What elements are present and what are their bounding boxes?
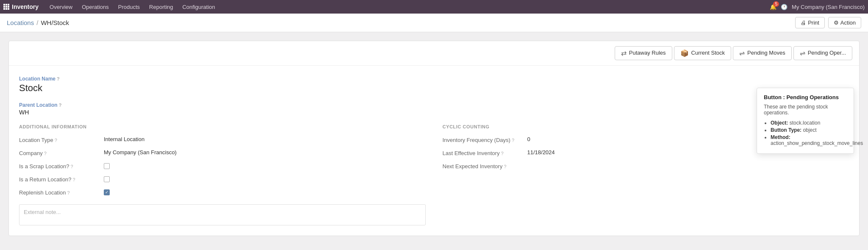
main-content: ⇄ Putaway Rules 📦 Current Stock ⇌ Pendin… — [0, 32, 868, 250]
return-location-checkbox[interactable] — [104, 176, 110, 182]
form-body: Location Name ? Stock Parent Location ? … — [9, 66, 859, 236]
app-logo[interactable]: Inventory — [3, 3, 39, 10]
page-actions: 🖨 Print ⚙ Action — [795, 17, 861, 28]
company-row: Company ? My Company (San Francisco) — [19, 149, 426, 156]
print-label: Print — [808, 19, 819, 26]
action-label: Action — [840, 19, 856, 26]
location-type-label: Location Type ? — [19, 136, 104, 143]
pending-operations-label: Pending Oper... — [808, 50, 846, 57]
parent-location-help[interactable]: ? — [59, 103, 62, 108]
location-name-help[interactable]: ? — [57, 76, 60, 81]
return-location-help[interactable]: ? — [73, 177, 75, 182]
replenish-label: Replenish Location ? — [19, 189, 104, 196]
external-note[interactable]: External note... — [19, 204, 426, 225]
gear-icon: ⚙ — [834, 19, 839, 26]
putaway-rules-button[interactable]: ⇄ Putaway Rules — [615, 46, 672, 60]
smart-buttons-row: ⇄ Putaway Rules 📦 Current Stock ⇌ Pendin… — [9, 41, 859, 66]
replenish-help[interactable]: ? — [67, 190, 70, 195]
form-card: ⇄ Putaway Rules 📦 Current Stock ⇌ Pendin… — [8, 41, 860, 236]
company-label: Company ? — [19, 149, 104, 156]
putaway-rules-icon: ⇄ — [621, 49, 627, 57]
scrap-location-row: Is a Scrap Location? ? — [19, 162, 426, 169]
current-stock-icon: 📦 — [680, 49, 689, 57]
location-name-label: Location Name ? — [19, 76, 849, 82]
next-expected-row: Next Expected Inventory ? — [443, 162, 849, 169]
tooltip-item-method: Method: action_show_pending_stock_move_l… — [771, 134, 847, 146]
pending-operations-button[interactable]: ⇌ Pending Oper... — [793, 46, 852, 60]
location-name-value: Stock — [19, 83, 849, 94]
inventory-frequency-help[interactable]: ? — [512, 138, 514, 143]
nav-item-products[interactable]: Products — [114, 2, 144, 12]
clock-icon[interactable]: 🕐 — [781, 4, 788, 10]
additional-info-title: ADDITIONAL INFORMATION — [19, 124, 426, 129]
print-button[interactable]: 🖨 Print — [795, 17, 825, 28]
putaway-rules-label: Putaway Rules — [629, 50, 666, 57]
next-expected-help[interactable]: ? — [504, 164, 506, 169]
breadcrumb: Locations / WH/Stock — [7, 19, 69, 26]
parent-location-group: Parent Location ? WH — [19, 102, 849, 116]
breadcrumb-separator: / — [36, 19, 38, 26]
tooltip-item-button-type: Button Type: object — [771, 127, 847, 133]
action-button[interactable]: ⚙ Action — [828, 17, 861, 28]
nav-left: Inventory Overview Operations Products R… — [3, 2, 219, 12]
page-header: Locations / WH/Stock 🖨 Print ⚙ Action — [0, 14, 868, 32]
nav-item-operations[interactable]: Operations — [78, 2, 113, 12]
scrap-location-label: Is a Scrap Location? ? — [19, 162, 104, 169]
last-effective-label: Last Effective Inventory ? — [443, 149, 527, 156]
tooltip-list: Object: stock.location Button Type: obje… — [764, 120, 847, 146]
location-name-group: Location Name ? Stock — [19, 76, 849, 94]
nav-item-overview[interactable]: Overview — [45, 2, 77, 12]
top-navigation: Inventory Overview Operations Products R… — [0, 0, 868, 14]
app-title: Inventory — [12, 3, 39, 10]
location-type-help[interactable]: ? — [55, 138, 57, 143]
main-nav: Overview Operations Products Reporting C… — [45, 2, 219, 12]
replenish-checkbox[interactable] — [104, 189, 110, 195]
next-expected-label: Next Expected Inventory ? — [443, 162, 527, 169]
location-type-value: Internal Location — [104, 136, 426, 142]
location-type-row: Location Type ? Internal Location — [19, 136, 426, 143]
company-value: My Company (San Francisco) — [104, 149, 426, 156]
company-name[interactable]: My Company (San Francisco) — [792, 4, 865, 10]
nav-item-configuration[interactable]: Configuration — [178, 2, 219, 12]
scrap-location-value — [104, 162, 426, 169]
sections-row: ADDITIONAL INFORMATION Location Type ? I… — [19, 124, 849, 225]
return-location-value — [104, 175, 426, 182]
parent-location-value: WH — [19, 109, 849, 116]
pending-moves-label: Pending Moves — [747, 50, 785, 57]
replenish-row: Replenish Location ? — [19, 189, 426, 196]
notification-icon[interactable]: 🔔 5 — [770, 4, 776, 10]
tooltip-title: Button : Pending Operations — [764, 94, 847, 100]
grid-icon — [3, 4, 9, 10]
nav-right: 🔔 5 🕐 My Company (San Francisco) — [770, 4, 865, 10]
replenish-value — [104, 189, 426, 195]
return-location-row: Is a Return Location? ? — [19, 175, 426, 183]
return-location-label: Is a Return Location? ? — [19, 175, 104, 183]
company-help[interactable]: ? — [44, 151, 47, 156]
tooltip-item-object: Object: stock.location — [771, 120, 847, 126]
breadcrumb-current: WH/Stock — [41, 19, 69, 26]
pending-operations-icon: ⇌ — [800, 49, 805, 57]
inventory-frequency-label: Inventory Frequency (Days) ? — [443, 136, 527, 143]
print-icon: 🖨 — [801, 19, 806, 26]
scrap-location-checkbox[interactable] — [104, 163, 110, 169]
additional-info-section: ADDITIONAL INFORMATION Location Type ? I… — [19, 124, 426, 225]
tooltip-popup: Button : Pending Operations These are th… — [757, 88, 854, 154]
breadcrumb-parent[interactable]: Locations — [7, 19, 34, 26]
current-stock-button[interactable]: 📦 Current Stock — [674, 46, 731, 60]
last-effective-help[interactable]: ? — [501, 151, 503, 156]
pending-moves-icon: ⇌ — [739, 49, 745, 57]
tooltip-description: These are the pending stock operations. — [764, 104, 847, 116]
scrap-location-help[interactable]: ? — [71, 164, 73, 169]
notification-badge: 5 — [773, 1, 779, 7]
nav-item-reporting[interactable]: Reporting — [145, 2, 177, 12]
pending-moves-button[interactable]: ⇌ Pending Moves — [733, 46, 792, 60]
parent-location-label: Parent Location ? — [19, 102, 849, 108]
current-stock-label: Current Stock — [691, 50, 725, 57]
